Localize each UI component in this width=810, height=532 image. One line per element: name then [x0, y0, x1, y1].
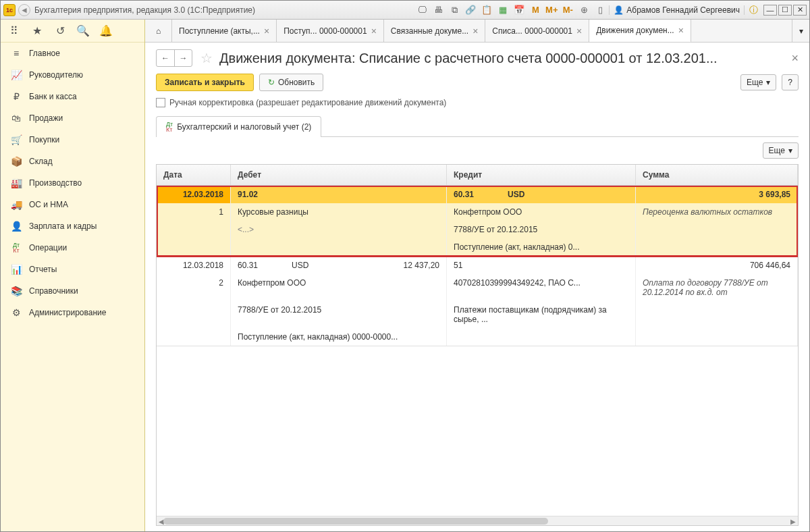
app-logo-icon: 1c — [3, 4, 16, 16]
tab-close-icon[interactable]: × — [678, 25, 684, 36]
document-tab-4[interactable]: Движения докумен...× — [589, 20, 691, 42]
favorite-star-icon[interactable]: ☆ — [200, 50, 213, 66]
scroll-thumb[interactable] — [163, 518, 548, 525]
document-tab-3[interactable]: Списа... 0000-000001× — [485, 20, 589, 42]
cell-sum-note: Оплата по договору 7788/УЕ от 20.12.2014… — [636, 274, 798, 301]
tabs-overflow-button[interactable]: ▾ — [792, 20, 809, 42]
close-page-button[interactable]: × — [791, 51, 799, 65]
cell-date — [157, 221, 231, 238]
sidebar-item-11[interactable]: 📚Справочники — [1, 280, 144, 302]
nav-back-button[interactable]: ← — [157, 50, 174, 66]
back-round-button[interactable]: ◄ — [18, 4, 30, 16]
subtab-accounting[interactable]: ДтКт Бухгалтерский и налоговый учет (2) — [156, 116, 321, 137]
sidebar-item-6[interactable]: 🏭Производство — [1, 172, 144, 194]
sidebar-item-label: Зарплата и кадры — [29, 221, 97, 231]
manual-edit-checkbox[interactable] — [156, 98, 165, 107]
sidebar-item-1[interactable]: 📈Руководителю — [1, 64, 144, 86]
col-header-sum[interactable]: Сумма — [636, 165, 798, 185]
grid-more-button[interactable]: Еще ▾ — [763, 142, 799, 159]
grid-icon[interactable]: ▦ — [497, 4, 509, 16]
user-icon: 👤 — [614, 5, 624, 15]
nav-buttons: ← → — [156, 49, 192, 67]
horizontal-scrollbar[interactable]: ◀ ▶ — [157, 516, 798, 525]
grid-entry-1[interactable]: 12.03.201860.31USD12 437,2051706 446,642… — [157, 257, 798, 346]
sidebar-item-label: Продажи — [29, 113, 63, 123]
help-button[interactable]: ? — [782, 74, 799, 90]
sidebar-item-icon: 🛒 — [10, 134, 22, 145]
minimize-button[interactable]: — — [763, 5, 777, 16]
page-title: Движения документа: Списание с расчетног… — [219, 51, 784, 66]
sidebar-item-12[interactable]: ⚙Администрирование — [1, 302, 144, 323]
scroll-right-icon[interactable]: ▶ — [788, 516, 798, 526]
more-button[interactable]: Еще ▾ — [740, 74, 776, 90]
user-name: Абрамов Геннадий Сергеевич — [626, 5, 740, 15]
sidebar-item-icon: 🛍 — [10, 113, 22, 124]
info-icon[interactable]: ⓘ — [747, 4, 759, 16]
document-tab-1[interactable]: Поступ... 0000-000001× — [277, 20, 384, 42]
grid-row: 1Курсовые разницыКонфетпром ОООПереоценк… — [157, 203, 798, 221]
grid-header: Дата Дебет Кредит Сумма — [157, 165, 798, 186]
sidebar-item-7[interactable]: 🚚ОС и НМА — [1, 194, 144, 215]
document-tab-2[interactable]: Связанные докуме...× — [384, 20, 486, 42]
titlebar-tool-icons: 🖵 🖶 ⧉ 🔗 📋 ▦ 📅 M M+ M- ⊕ ▯ — [416, 4, 606, 16]
search-sidebar-icon[interactable]: 🔍 — [76, 24, 90, 38]
nav-forward-button[interactable]: → — [174, 50, 192, 66]
document-tab-0[interactable]: Поступление (акты,...× — [172, 20, 277, 42]
sidebar-item-label: Главное — [29, 49, 60, 58]
star-icon[interactable]: ★ — [30, 24, 44, 38]
m-plus-button[interactable]: M+ — [545, 4, 558, 16]
tab-label: Поступ... 0000-000001 — [284, 26, 367, 36]
zoom-icon[interactable]: ⊕ — [578, 4, 590, 16]
sidebar-item-3[interactable]: 🛍Продажи — [1, 107, 144, 129]
col-header-credit[interactable]: Кредит — [447, 165, 636, 185]
link-icon[interactable]: 🔗 — [464, 4, 477, 16]
apps-icon[interactable]: ⠿ — [7, 24, 21, 38]
col-header-date[interactable]: Дата — [157, 165, 231, 185]
tab-label: Поступление (акты,... — [179, 26, 260, 36]
grid-entry-0[interactable]: 12.03.201891.0260.31USD3 693,851Курсовые… — [157, 186, 798, 257]
sidebar-item-4[interactable]: 🛒Покупки — [1, 129, 144, 151]
sidebar-item-0[interactable]: ≡Главное — [1, 43, 144, 64]
cell-sum — [636, 301, 798, 328]
cell-credit: 60.31USD — [447, 186, 636, 203]
col-header-debit[interactable]: Дебет — [231, 165, 447, 185]
sidebar-item-2[interactable]: ₽Банк и касса — [1, 86, 144, 107]
sidebar-item-9[interactable]: ДтКтОперации — [1, 237, 144, 259]
cell-debit: Курсовые разницы — [231, 203, 447, 221]
tab-close-icon[interactable]: × — [576, 26, 582, 36]
refresh-button[interactable]: ↻Обновить — [259, 74, 323, 91]
cell-credit: 7788/УЕ от 20.12.2015 — [447, 221, 636, 238]
calendar-icon[interactable]: 📅 — [513, 4, 525, 16]
cell-sum: 3 693,85 — [636, 186, 798, 203]
sidebar-item-8[interactable]: 👤Зарплата и кадры — [1, 215, 144, 237]
tab-close-icon[interactable]: × — [473, 26, 478, 36]
grid-row: <...>7788/УЕ от 20.12.2015 — [157, 221, 798, 238]
bell-icon[interactable]: 🔔 — [99, 24, 113, 38]
tab-close-icon[interactable]: × — [264, 26, 269, 36]
clipboard-icon[interactable]: 📋 — [481, 4, 493, 16]
cell-sum-note: Переоценка валютных остатков — [636, 203, 798, 221]
tab-close-icon[interactable]: × — [371, 26, 377, 36]
panel-icon[interactable]: ▯ — [594, 4, 606, 16]
sidebar-item-icon: 🏭 — [10, 178, 22, 188]
save-close-button[interactable]: Записать и закрыть — [156, 74, 254, 91]
user-badge[interactable]: 👤 Абрамов Геннадий Сергеевич — [609, 5, 745, 15]
entries-grid: Дата Дебет Кредит Сумма 12.03.201891.026… — [156, 164, 799, 526]
sidebar-item-label: Банк и касса — [29, 92, 77, 101]
print-icon[interactable]: 🖶 — [432, 4, 444, 16]
preview-icon[interactable]: 🖵 — [416, 4, 428, 16]
cell-debit — [231, 238, 447, 256]
close-window-button[interactable]: ✕ — [793, 5, 807, 16]
tab-label: Списа... 0000-000001 — [492, 26, 572, 36]
home-tab[interactable]: ⌂ — [145, 20, 172, 42]
sidebar-item-5[interactable]: 📦Склад — [1, 151, 144, 172]
history-icon[interactable]: ↺ — [53, 24, 67, 38]
copy-icon[interactable]: ⧉ — [448, 4, 460, 16]
m-button[interactable]: M — [529, 4, 541, 16]
cell-sum — [636, 221, 798, 238]
cell-credit: Поступление (акт, накладная) 0... — [447, 238, 636, 256]
sidebar-item-icon: ≡ — [10, 48, 22, 59]
sidebar-item-10[interactable]: 📊Отчеты — [1, 259, 144, 280]
maximize-button[interactable]: ☐ — [778, 5, 792, 16]
m-minus-button[interactable]: M- — [562, 4, 574, 16]
